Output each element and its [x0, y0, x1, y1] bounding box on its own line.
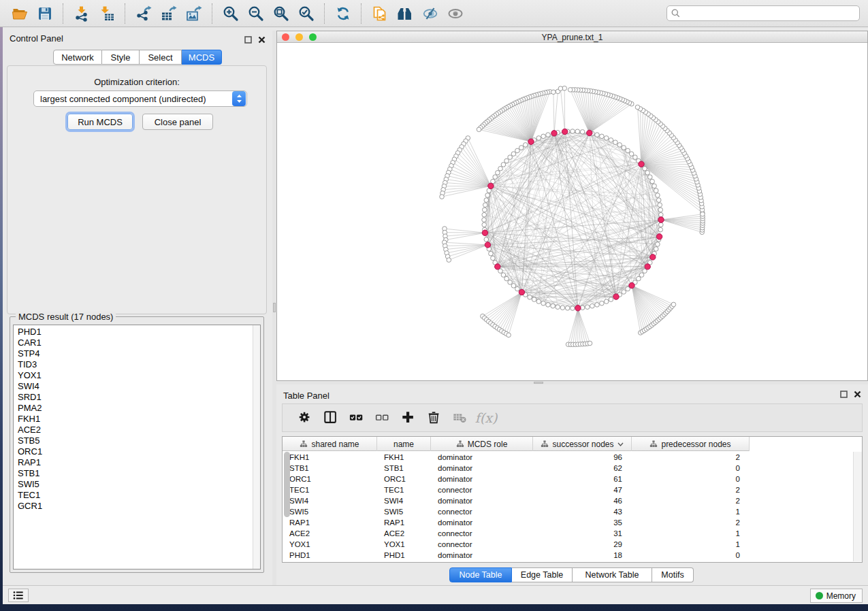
table-row[interactable]: TEC1TEC1connector472 — [283, 484, 853, 495]
delete-row-icon[interactable] — [425, 409, 443, 427]
zoom-fit-icon[interactable] — [272, 4, 290, 22]
table-cell: 1 — [632, 539, 750, 550]
splitter-grip[interactable] — [534, 382, 543, 384]
mcds-result-item[interactable]: YOX1 — [14, 370, 252, 381]
table-row[interactable]: ORC1ORC1dominator610 — [283, 474, 853, 484]
table-cell: 61 — [533, 474, 632, 484]
show-panel-icon[interactable] — [446, 4, 464, 22]
close-panel-button[interactable]: Close panel — [142, 114, 213, 130]
table-row[interactable]: ACE2ACE2connector311 — [283, 528, 853, 539]
search-input[interactable] — [666, 5, 860, 21]
splitter-grip[interactable] — [273, 303, 276, 312]
refresh-icon[interactable] — [334, 4, 352, 22]
table-row[interactable]: SWI5SWI5connector431 — [283, 506, 853, 517]
table-cell: connector — [431, 484, 533, 495]
table-cell: YOX1 — [283, 539, 377, 550]
tab-network[interactable]: Network — [53, 50, 102, 65]
criterion-select[interactable]: largest connected component (undirected) — [33, 90, 247, 107]
mcds-result-item[interactable]: GCR1 — [14, 501, 252, 512]
mcds-result-item[interactable]: FKH1 — [14, 414, 252, 425]
table-scrollbar[interactable] — [853, 452, 862, 561]
columns-icon[interactable] — [322, 409, 340, 427]
table-row[interactable]: STB1STB1dominator620 — [283, 463, 853, 474]
table-cell: 1 — [632, 506, 750, 517]
search-icon — [671, 9, 680, 18]
add-row-icon[interactable] — [400, 409, 417, 427]
select-stepper-icon — [232, 91, 246, 106]
float-panel-icon[interactable] — [840, 389, 848, 401]
mcds-result-item[interactable]: STB1 — [14, 468, 252, 479]
table-row[interactable]: YOX1YOX1connector291 — [283, 539, 853, 550]
mcds-result-item[interactable]: SWI4 — [14, 381, 252, 392]
zoom-selected-icon[interactable] — [297, 4, 315, 22]
export-table-icon[interactable] — [159, 4, 178, 22]
table-row[interactable]: PHD1PHD1dominator180 — [283, 550, 853, 561]
import-network-icon[interactable] — [72, 4, 91, 22]
deselect-all-icon[interactable] — [374, 409, 391, 427]
memory-status-icon — [816, 592, 823, 599]
save-icon[interactable] — [35, 4, 54, 22]
hide-panel-icon[interactable] — [421, 4, 439, 22]
clone-network-icon[interactable] — [370, 4, 389, 22]
table-scrollbar-thumb[interactable] — [284, 452, 290, 517]
open-file-icon[interactable] — [10, 4, 29, 22]
mcds-result-item[interactable]: TID3 — [14, 359, 252, 370]
tab-edge-table[interactable]: Edge Table — [512, 567, 573, 582]
table-cell: RAP1 — [377, 517, 431, 528]
mcds-result-list[interactable]: PHD1CAR1STP4TID3YOX1SWI4SRD1PMA2FKH1ACE2… — [13, 325, 261, 569]
select-all-icon[interactable] — [348, 409, 366, 427]
tab-motifs[interactable]: Motifs — [652, 567, 694, 582]
zoom-in-icon[interactable] — [221, 4, 240, 22]
mcds-result-item[interactable]: SWI5 — [14, 479, 252, 490]
table-cell: TEC1 — [283, 484, 377, 495]
settings-icon[interactable] — [296, 409, 314, 427]
close-panel-icon[interactable] — [854, 389, 861, 401]
column-header-predecessor-nodes[interactable]: predecessor nodes — [632, 437, 750, 451]
mcds-result-item[interactable]: TEC1 — [14, 490, 252, 501]
toolbar-separator — [361, 3, 361, 24]
column-header-name[interactable]: name — [377, 437, 431, 451]
export-network-icon[interactable] — [134, 4, 152, 22]
import-table-icon[interactable] — [97, 4, 116, 22]
network-window-titlebar[interactable]: YPA_prune.txt_1 — [277, 31, 867, 43]
toolbar-separator — [125, 3, 125, 24]
mcds-result-item[interactable]: PMA2 — [14, 403, 252, 414]
mcds-result-item[interactable]: SRD1 — [14, 392, 252, 403]
table-row[interactable]: SWI4SWI4dominator462 — [283, 495, 853, 506]
column-header-MCDS-role[interactable]: MCDS role — [431, 437, 533, 451]
mcds-result-item[interactable]: ACE2 — [14, 425, 252, 435]
column-header-shared-name[interactable]: shared name — [283, 437, 377, 451]
zoom-out-icon[interactable] — [246, 4, 265, 22]
mcds-result-item[interactable]: STP4 — [14, 348, 252, 359]
tab-network-table[interactable]: Network Table — [573, 567, 652, 582]
export-image-icon[interactable] — [184, 4, 203, 22]
mcds-result-item[interactable]: ORC1 — [14, 446, 252, 457]
float-panel-icon[interactable] — [244, 34, 252, 46]
memory-button[interactable]: Memory — [810, 589, 863, 603]
close-panel-icon[interactable] — [258, 34, 266, 46]
tab-mcds[interactable]: MCDS — [182, 50, 222, 65]
network-graph[interactable] — [277, 43, 867, 380]
table-cell: 2 — [632, 495, 750, 506]
mcds-result-item[interactable]: RAP1 — [14, 457, 252, 468]
search-field[interactable] — [683, 8, 855, 18]
tab-select[interactable]: Select — [140, 50, 182, 65]
mcds-result-group: MCDS result (17 nodes) PHD1CAR1STP4TID3Y… — [10, 316, 264, 573]
control-panel-tabs: NetworkStyleSelectMCDS — [53, 50, 222, 65]
mcds-result-item[interactable]: CAR1 — [14, 337, 252, 348]
task-history-button[interactable] — [8, 589, 29, 602]
tab-node-table[interactable]: Node Table — [449, 567, 512, 582]
mcds-result-item[interactable]: STB5 — [14, 435, 252, 446]
mcds-list-scrollbar[interactable] — [253, 325, 260, 569]
table-row[interactable]: RAP1RAP1dominator352 — [283, 517, 853, 528]
table-cell: 0 — [632, 474, 750, 484]
mcds-result-item[interactable]: PHD1 — [14, 327, 252, 337]
table-cell: connector — [431, 539, 533, 550]
table-cell: dominator — [431, 474, 533, 484]
column-header-successor-nodes[interactable]: successor nodes — [533, 437, 632, 451]
run-mcds-button[interactable]: Run MCDS — [67, 114, 133, 130]
tab-style[interactable]: Style — [102, 50, 140, 65]
table-row[interactable]: FKH1FKH1dominator962 — [283, 452, 853, 463]
search-network-icon[interactable] — [396, 4, 414, 22]
table-cell: 18 — [533, 550, 632, 561]
